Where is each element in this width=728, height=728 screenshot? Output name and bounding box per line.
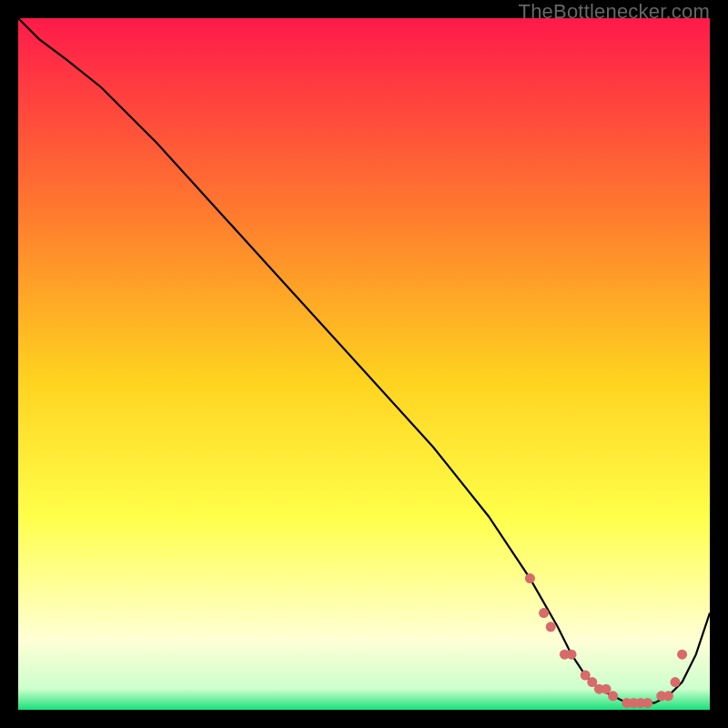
sample-dot [663,691,673,701]
gradient-background [18,18,710,710]
sample-dot [671,677,681,687]
sample-dot [539,608,549,618]
chart-svg [18,18,710,710]
sample-dot [677,650,687,660]
sample-dot [525,573,535,583]
sample-dot [642,698,652,708]
plot-area [18,18,710,710]
sample-dot [608,691,618,701]
sample-dot [567,650,577,660]
sample-dot [546,622,556,632]
chart-stage: TheBottlenecker.com [0,0,728,728]
